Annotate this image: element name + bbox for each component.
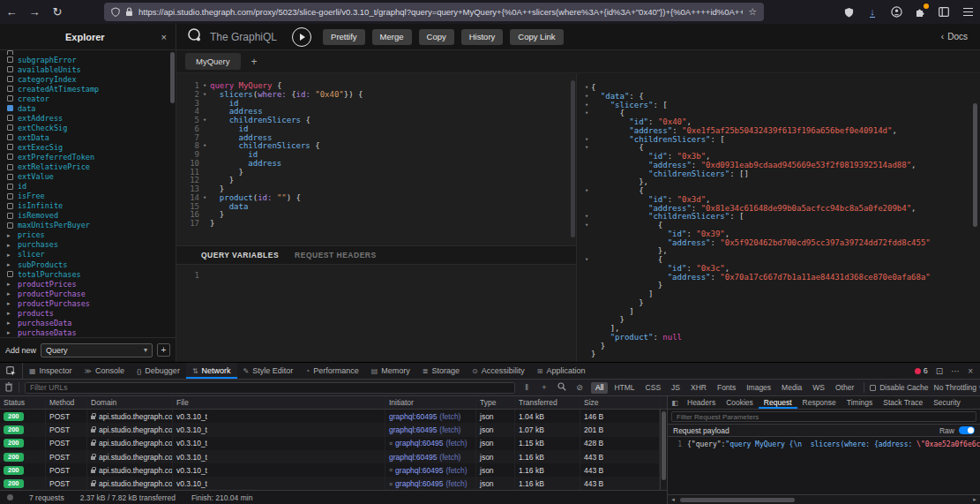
hscroll-thumb[interactable] <box>680 498 795 502</box>
fold-arrow-icon[interactable]: ▾ <box>199 91 210 100</box>
explorer-field-extExecSig[interactable]: extExecSig <box>0 142 168 152</box>
explorer-field-subProducts[interactable]: ▸subProducts <box>0 260 168 269</box>
explorer-field-extAddress[interactable]: extAddress <box>0 113 168 123</box>
throttling-select[interactable]: No Throttling ▾ <box>934 383 980 392</box>
query-editor[interactable]: 1▾query MyQuery {2▾ slicers(where: {id: … <box>176 73 576 245</box>
explorer-field-purchaseDatas[interactable]: ▸purchaseDatas <box>0 327 168 337</box>
explorer-field-products[interactable]: ▸products <box>0 308 168 318</box>
explorer-field-extRelativePrice[interactable]: extRelativePrice <box>0 162 168 172</box>
field-checkbox[interactable] <box>7 76 13 82</box>
fold-arrow-icon[interactable]: ▾ <box>582 109 591 118</box>
explorer-field-isFree[interactable]: isFree <box>0 192 168 201</box>
filter-chip-css[interactable]: CSS <box>641 382 665 394</box>
initiator-link[interactable]: graphql:60495 <box>389 425 437 434</box>
explorer-field-extData[interactable]: extData <box>0 132 168 142</box>
merge-button[interactable]: Merge <box>372 29 412 45</box>
explorer-field-id[interactable]: id <box>0 182 168 192</box>
explorer-field-extPreferredToken[interactable]: extPreferredToken <box>0 152 168 162</box>
filter-chip-all[interactable]: All <box>591 382 608 394</box>
details-tab-stack-trace[interactable]: Stack Trace <box>878 396 928 409</box>
scroll-left-icon[interactable]: ◂ <box>668 496 678 503</box>
field-checkbox[interactable] <box>7 193 13 199</box>
filter-chip-images[interactable]: Images <box>742 382 775 394</box>
fold-arrow-icon[interactable]: ▾ <box>582 84 591 93</box>
tab-query-variables[interactable]: QUERY VARIABLES <box>201 251 279 260</box>
column-header-status[interactable]: Status <box>0 396 46 409</box>
initiator-link[interactable]: graphql:60495 <box>389 453 437 462</box>
back-button[interactable]: ← <box>0 0 23 24</box>
extensions-icon[interactable] <box>913 5 927 19</box>
column-header-file[interactable]: File <box>173 396 385 409</box>
new-request-icon[interactable]: + <box>538 383 550 392</box>
devtools-close-icon[interactable]: × <box>968 366 973 376</box>
field-checkbox[interactable] <box>7 105 13 111</box>
lock-icon[interactable] <box>125 4 133 20</box>
filter-chip-fonts[interactable]: Fonts <box>713 382 740 394</box>
expand-arrow-icon[interactable]: ▸ <box>7 261 13 267</box>
explorer-field-productPurchase[interactable]: ▸productPurchase <box>0 289 168 298</box>
filter-chip-js[interactable]: JS <box>667 382 685 394</box>
expand-arrow-icon[interactable]: ▸ <box>7 252 13 258</box>
search-icon[interactable] <box>556 382 568 393</box>
fold-arrow-icon[interactable]: ▾ <box>199 142 210 151</box>
explorer-field-createdAtTimestamp[interactable]: createdAtTimestamp <box>0 84 168 94</box>
forward-button[interactable]: → <box>23 0 46 24</box>
history-button[interactable]: History <box>461 29 504 45</box>
prettify-button[interactable]: Prettify <box>323 29 365 45</box>
initiator-link[interactable]: graphql:60495 <box>389 412 437 421</box>
expand-arrow-icon[interactable]: ▸ <box>7 320 13 326</box>
filter-chip-media[interactable]: Media <box>777 382 806 394</box>
fold-arrow-icon[interactable]: ▾ <box>582 213 591 222</box>
pause-icon[interactable]: ‖ <box>520 383 533 392</box>
fold-arrow-icon[interactable]: ▾ <box>199 117 210 125</box>
expand-arrow-icon[interactable]: ▸ <box>7 310 13 316</box>
explorer-field-subgraphError[interactable]: subgraphError <box>0 55 168 64</box>
response-scrollbar[interactable] <box>973 103 977 227</box>
raw-toggle[interactable] <box>959 426 975 434</box>
field-checkbox[interactable] <box>7 95 13 102</box>
network-scrollbar[interactable] <box>660 410 667 490</box>
explorer-field-prices[interactable]: ▸prices <box>0 230 168 240</box>
field-checkbox[interactable] <box>7 213 13 219</box>
explorer-scrollbar[interactable] <box>170 52 175 103</box>
devtools-tab-debugger[interactable]: {}Debugger <box>131 363 186 379</box>
devtools-menu-icon[interactable]: ⋯ <box>951 366 960 376</box>
explorer-field-isRemoved[interactable]: isRemoved <box>0 211 168 221</box>
field-checkbox[interactable] <box>7 115 13 121</box>
explorer-field-categoryIndex[interactable]: categoryIndex <box>0 74 168 84</box>
execute-query-button[interactable] <box>292 27 311 47</box>
details-tab-cookies[interactable]: Cookies <box>721 396 759 409</box>
fold-arrow-icon[interactable]: ▾ <box>199 194 210 203</box>
network-request-row[interactable]: 200POSTapi.studio.thegraph.comv0.3.10_tg… <box>0 423 667 436</box>
explorer-field-data[interactable]: data <box>0 103 168 113</box>
url-bar[interactable]: https://api.studio.thegraph.com/proxy/50… <box>104 3 764 21</box>
explorer-field-extValue[interactable]: extValue <box>0 172 168 182</box>
expand-arrow-icon[interactable]: ▸ <box>7 232 13 238</box>
column-header-method[interactable]: Method <box>46 396 87 409</box>
bookmark-star-icon[interactable]: ☆ <box>748 6 757 18</box>
initiator-link[interactable]: graphql:60495 <box>395 466 443 475</box>
reload-button[interactable]: ↻ <box>46 0 69 24</box>
column-header-type[interactable]: Type <box>476 396 515 409</box>
explorer-field-maxUnitsPerBuyer[interactable]: maxUnitsPerBuyer <box>0 221 168 230</box>
explorer-field-isInfinite[interactable]: isInfinite <box>0 201 168 211</box>
initiator-link[interactable]: graphql:60495 <box>395 439 443 448</box>
network-request-row[interactable]: 200POSTapi.studio.thegraph.comv0.3.10_t≡… <box>0 463 667 477</box>
editor-scrollbar[interactable] <box>571 80 575 237</box>
devtools-tab-console[interactable]: ≫Console <box>79 363 131 379</box>
expand-arrow-icon[interactable]: ▸ <box>7 242 13 248</box>
devtools-tab-accessibility[interactable]: ⊙Accessibility <box>466 363 531 379</box>
expand-arrow-icon[interactable]: ▸ <box>7 281 13 287</box>
explorer-field-purchaseData[interactable]: ▸purchaseData <box>0 318 168 327</box>
copy-button[interactable]: Copy <box>419 29 454 45</box>
details-tab-headers[interactable]: Headers <box>682 396 721 409</box>
expand-arrow-icon[interactable]: ▸ <box>7 290 13 297</box>
field-checkbox[interactable] <box>7 222 13 229</box>
scrollbar-thumb[interactable] <box>662 411 666 480</box>
explorer-close-icon[interactable]: × <box>161 32 167 42</box>
tab-request-headers[interactable]: REQUEST HEADERS <box>295 251 377 260</box>
network-request-row[interactable]: 200POSTapi.studio.thegraph.comv0.3.10_t≡… <box>0 477 667 490</box>
request-blocking-icon[interactable]: ⊘ <box>573 383 586 392</box>
explorer-field-slicer[interactable]: ▸slicer <box>0 250 168 260</box>
field-checkbox[interactable] <box>7 134 13 140</box>
